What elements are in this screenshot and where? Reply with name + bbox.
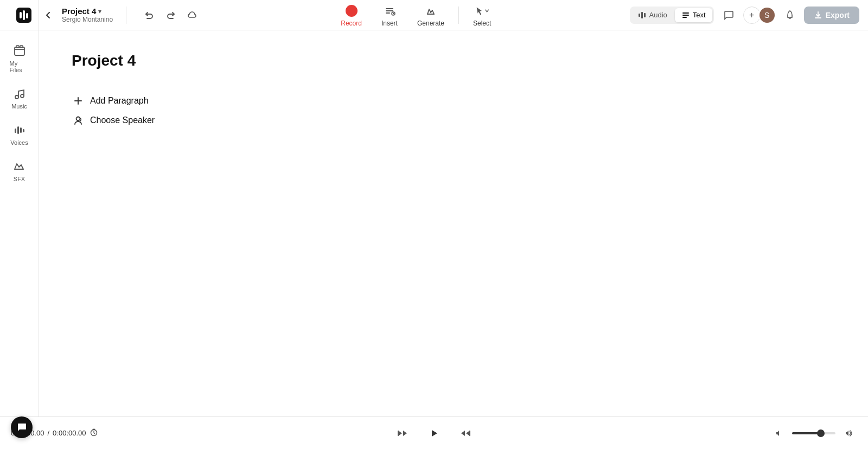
text-mode-label: Text <box>693 11 706 19</box>
export-button[interactable]: Export <box>804 7 859 24</box>
svg-rect-5 <box>386 10 393 11</box>
volume-plus-icon <box>844 429 853 438</box>
undo-button[interactable] <box>139 7 159 24</box>
sidebar: My Files Music Voices <box>0 30 39 416</box>
svg-rect-13 <box>682 17 687 18</box>
project-title-row: Project 4 ▾ <box>62 7 113 16</box>
volume-increase-button[interactable] <box>840 426 857 441</box>
fast-forward-button[interactable] <box>456 424 475 443</box>
toolbar-center: Record Insert G <box>202 0 630 30</box>
svg-rect-1 <box>20 12 22 18</box>
chat-bubble-button[interactable] <box>11 416 33 438</box>
select-tool-button[interactable]: Select <box>465 0 499 30</box>
svg-rect-8 <box>639 14 640 17</box>
svg-rect-9 <box>641 12 643 18</box>
my-files-label: My Files <box>10 60 29 73</box>
notification-icon <box>784 10 795 21</box>
volume-minus-icon <box>775 429 783 438</box>
svg-rect-19 <box>15 129 16 133</box>
svg-rect-4 <box>386 8 393 9</box>
audio-icon <box>638 11 647 20</box>
record-icon <box>344 3 359 18</box>
project-title: Project 4 <box>62 7 96 16</box>
insert-icon <box>382 3 397 18</box>
sidebar-item-my-files[interactable]: My Files <box>3 39 36 78</box>
svg-rect-11 <box>682 12 689 14</box>
mode-toggle: Audio Text <box>630 7 714 24</box>
text-mode-icon <box>681 11 690 20</box>
comments-icon <box>723 9 735 21</box>
svg-rect-2 <box>23 10 25 20</box>
export-icon <box>814 11 822 20</box>
sidebar-item-voices[interactable]: Voices <box>3 118 36 150</box>
logo <box>9 0 39 30</box>
svg-rect-21 <box>20 127 22 133</box>
generate-label: Generate <box>417 20 444 27</box>
content-area: Project 4 Add Paragraph Choose Speaker <box>39 30 868 416</box>
avatar[interactable]: S <box>758 7 776 24</box>
select-icon-group <box>475 3 490 18</box>
back-icon <box>43 10 53 20</box>
comments-button[interactable] <box>718 6 739 24</box>
play-button[interactable] <box>423 422 445 444</box>
cloud-icon <box>187 10 198 21</box>
player-bar: 0:00:00.00 / 0:00:00.00 <box>0 416 868 449</box>
volume-decrease-button[interactable] <box>770 426 788 441</box>
record-tool-button[interactable]: Record <box>333 0 369 30</box>
svg-rect-15 <box>16 46 19 48</box>
insert-tool-button[interactable]: Insert <box>374 0 405 30</box>
notification-button[interactable] <box>780 7 800 24</box>
svg-rect-14 <box>15 47 24 55</box>
add-paragraph-label: Add Paragraph <box>90 96 149 106</box>
music-label: Music <box>11 103 27 110</box>
record-label: Record <box>341 20 362 27</box>
sfx-label: SFX <box>14 176 25 182</box>
cloud-save-button[interactable] <box>183 7 202 24</box>
rewind-button[interactable] <box>393 424 412 443</box>
project-info[interactable]: Project 4 ▾ Sergio Montanino <box>62 7 113 23</box>
svg-rect-20 <box>17 126 19 134</box>
play-icon <box>426 426 442 441</box>
history-buttons <box>139 7 202 24</box>
sidebar-item-music[interactable]: Music <box>3 82 36 114</box>
svg-rect-6 <box>386 12 390 14</box>
main-layout: My Files Music Voices <box>0 30 868 416</box>
undo-icon <box>144 10 155 21</box>
select-label: Select <box>473 20 491 27</box>
audio-mode-button[interactable]: Audio <box>631 8 674 22</box>
my-files-icon <box>12 43 27 59</box>
volume-section <box>760 426 857 441</box>
volume-slider[interactable] <box>792 432 835 434</box>
add-paragraph-icon <box>72 95 85 106</box>
project-subtitle: Sergio Montanino <box>62 16 113 23</box>
redo-icon <box>165 10 176 21</box>
chevron-down-icon: ▾ <box>98 8 101 15</box>
music-icon <box>12 86 27 101</box>
choose-speaker-icon <box>72 115 85 126</box>
redo-button[interactable] <box>161 7 181 24</box>
header-divider <box>126 7 126 24</box>
app-logo <box>16 8 31 23</box>
insert-label: Insert <box>381 20 398 27</box>
svg-rect-3 <box>26 13 28 18</box>
header-left: Project 4 ▾ Sergio Montanino <box>39 7 202 24</box>
toolbar-divider <box>458 7 459 24</box>
audio-mode-label: Audio <box>649 11 667 19</box>
total-time: 0:00:00.00 <box>53 429 86 437</box>
sfx-icon <box>12 159 27 174</box>
document-title: Project 4 <box>72 52 835 69</box>
svg-rect-26 <box>469 431 470 436</box>
plus-icon: + <box>749 10 754 20</box>
player-controls <box>117 422 751 444</box>
add-collaborator-button[interactable]: + <box>743 7 761 24</box>
choose-speaker-button[interactable]: Choose Speaker <box>72 111 835 130</box>
add-paragraph-button[interactable]: Add Paragraph <box>72 91 835 111</box>
sidebar-item-sfx[interactable]: SFX <box>3 155 36 187</box>
choose-speaker-label: Choose Speaker <box>90 116 155 125</box>
timer-icon <box>90 428 98 438</box>
svg-rect-22 <box>23 129 24 132</box>
text-mode-button[interactable]: Text <box>675 8 712 22</box>
header: Project 4 ▾ Sergio Montanino <box>0 0 868 30</box>
generate-tool-button[interactable]: Generate <box>410 0 452 30</box>
back-button[interactable] <box>39 7 58 23</box>
